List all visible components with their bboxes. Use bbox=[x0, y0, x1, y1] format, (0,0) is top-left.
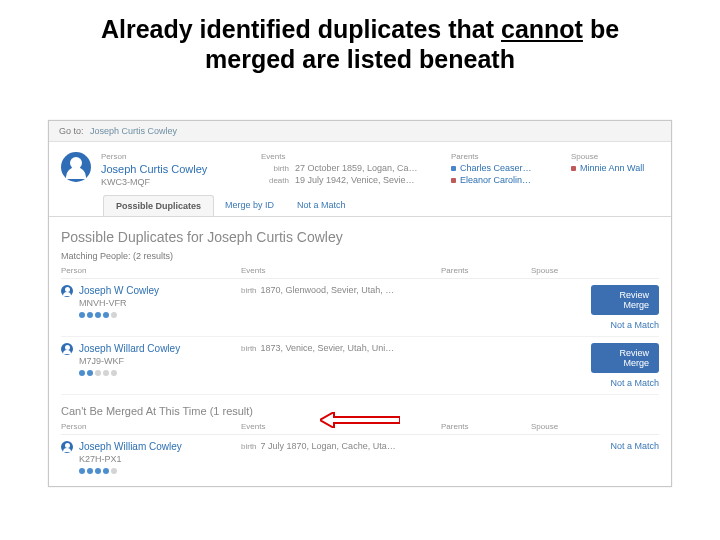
header-person-id: KWC3-MQF bbox=[101, 177, 251, 187]
avatar-icon bbox=[61, 152, 91, 182]
not-a-match-link[interactable]: Not a Match bbox=[610, 441, 659, 451]
header-person-label: Person bbox=[101, 152, 251, 161]
match-score-icon bbox=[79, 468, 182, 474]
col-events: Events bbox=[241, 422, 441, 431]
cant-merge-row: Joseph William Cowley K27H-PX1 birth 7 J… bbox=[61, 435, 659, 480]
header-spouse-label: Spouse bbox=[571, 152, 661, 161]
app-panel: Go to: Joseph Curtis Cowley Person Josep… bbox=[48, 120, 672, 487]
cant-name[interactable]: Joseph William Cowley bbox=[79, 441, 182, 452]
header-parent1[interactable]: Charles Ceaser… bbox=[460, 163, 532, 173]
match-column-headers: Person Events Parents Spouse bbox=[61, 263, 659, 279]
header-death-value: 19 July 1942, Venice, Sevie… bbox=[295, 175, 415, 185]
slide-title-underline: cannot bbox=[501, 15, 583, 43]
col-spouse: Spouse bbox=[531, 266, 591, 275]
header-birth-value: 27 October 1859, Logan, Ca… bbox=[295, 163, 418, 173]
male-indicator-icon bbox=[451, 166, 456, 171]
header-person-name[interactable]: Joseph Curtis Cowley bbox=[101, 163, 251, 175]
header-parent2[interactable]: Eleanor Carolin… bbox=[460, 175, 531, 185]
col-events: Events bbox=[241, 266, 441, 275]
tab-bar: Possible Duplicates Merge by ID Not a Ma… bbox=[103, 195, 671, 216]
match-row: Joseph W Cowley MNVH-VFR birth 1870, Gle… bbox=[61, 279, 659, 337]
match-id: MNVH-VFR bbox=[79, 298, 159, 308]
col-person: Person bbox=[61, 422, 241, 431]
person-header: Person Joseph Curtis Cowley KWC3-MQF Eve… bbox=[49, 142, 671, 187]
match-name[interactable]: Joseph Willard Cowley bbox=[79, 343, 180, 354]
avatar-icon bbox=[61, 343, 73, 355]
tab-merge-by-id[interactable]: Merge by ID bbox=[213, 195, 286, 216]
goto-label: Go to: bbox=[59, 126, 84, 136]
tab-possible-duplicates[interactable]: Possible Duplicates bbox=[103, 195, 214, 216]
header-spouse1[interactable]: Minnie Ann Wall bbox=[580, 163, 644, 173]
female-indicator-icon bbox=[571, 166, 576, 171]
slide-title: Already identified duplicates that canno… bbox=[0, 14, 720, 74]
cant-birth-value: 7 July 1870, Logan, Cache, Uta… bbox=[261, 441, 396, 451]
header-death-label: death bbox=[261, 176, 289, 185]
col-parents: Parents bbox=[441, 266, 531, 275]
match-row: Joseph Willard Cowley M7J9-WKF birth 187… bbox=[61, 337, 659, 395]
col-person: Person bbox=[61, 266, 241, 275]
cant-column-headers: Person Events Parents Spouse bbox=[61, 419, 659, 435]
female-indicator-icon bbox=[451, 178, 456, 183]
cant-birth-label: birth bbox=[241, 442, 257, 451]
match-score-icon bbox=[79, 312, 159, 318]
col-parents: Parents bbox=[441, 422, 531, 431]
match-birth-value: 1870, Glenwood, Sevier, Utah, … bbox=[261, 285, 395, 295]
slide-title-pre: Already identified duplicates that bbox=[101, 15, 501, 43]
not-a-match-link[interactable]: Not a Match bbox=[610, 378, 659, 388]
panel-body: Possible Duplicates for Joseph Curtis Co… bbox=[49, 216, 671, 486]
match-birth-label: birth bbox=[241, 344, 257, 353]
avatar-icon bbox=[61, 441, 73, 453]
header-parents-label: Parents bbox=[451, 152, 561, 161]
goto-bar: Go to: Joseph Curtis Cowley bbox=[49, 121, 671, 142]
review-merge-button[interactable]: Review Merge bbox=[591, 285, 659, 315]
not-a-match-link[interactable]: Not a Match bbox=[610, 320, 659, 330]
match-name[interactable]: Joseph W Cowley bbox=[79, 285, 159, 296]
header-events-label: Events bbox=[261, 152, 441, 161]
match-score-icon bbox=[79, 370, 180, 376]
match-id: M7J9-WKF bbox=[79, 356, 180, 366]
match-birth-value: 1873, Venice, Sevier, Utah, Uni… bbox=[261, 343, 395, 353]
col-spouse: Spouse bbox=[531, 422, 591, 431]
cant-merge-title: Can't Be Merged At This Time (1 result) bbox=[61, 405, 659, 417]
match-birth-label: birth bbox=[241, 286, 257, 295]
tab-not-a-match[interactable]: Not a Match bbox=[285, 195, 358, 216]
matching-people-label: Matching People: (2 results) bbox=[61, 251, 659, 261]
avatar-icon bbox=[61, 285, 73, 297]
goto-name[interactable]: Joseph Curtis Cowley bbox=[90, 126, 177, 136]
header-birth-label: birth bbox=[261, 164, 289, 173]
section-title: Possible Duplicates for Joseph Curtis Co… bbox=[61, 229, 659, 245]
review-merge-button[interactable]: Review Merge bbox=[591, 343, 659, 373]
cant-id: K27H-PX1 bbox=[79, 454, 182, 464]
